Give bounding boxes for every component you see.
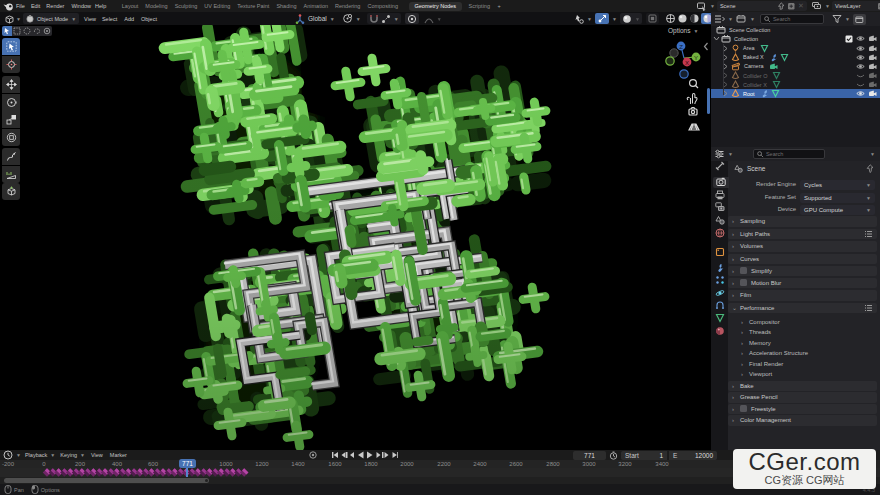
svg-text:X: X: [685, 60, 689, 66]
svg-text:Z: Z: [679, 44, 683, 50]
svg-text:Y: Y: [694, 55, 698, 61]
